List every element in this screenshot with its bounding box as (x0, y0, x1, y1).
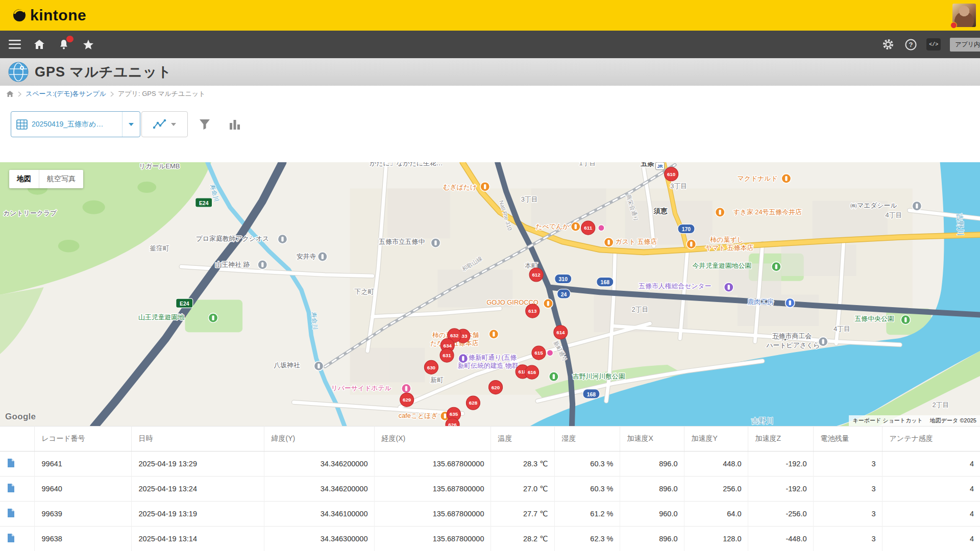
record-map-marker[interactable]: 631 (440, 348, 454, 362)
filter-button[interactable] (193, 113, 216, 136)
column-header[interactable]: 日時 (131, 427, 264, 452)
chart-button[interactable] (223, 113, 247, 136)
pink-marker-icon[interactable] (598, 225, 604, 231)
civic-icon[interactable] (724, 283, 733, 292)
record-map-marker[interactable]: 615 (532, 346, 546, 360)
map-copyright: 地図データ ©2025 (926, 415, 980, 426)
table-row[interactable]: 996382025-04-19 13:1434.346300000135.687… (0, 527, 980, 551)
column-header[interactable]: 温度 (491, 427, 554, 452)
map-label: 五條市商工会 (772, 332, 812, 340)
column-header[interactable]: 加速度Y (684, 427, 748, 452)
park-icon[interactable] (549, 372, 558, 381)
restaurant-icon[interactable] (480, 182, 489, 191)
pink-marker-icon[interactable] (547, 350, 553, 356)
cell-antenna: 4 (882, 452, 980, 477)
column-header[interactable]: アンテナ感度 (882, 427, 980, 452)
record-map-marker[interactable]: 613 (526, 304, 540, 318)
map-type-satellite-button[interactable]: 航空写真 (39, 170, 83, 188)
park-icon[interactable] (901, 315, 910, 324)
cell-battery: 3 (813, 527, 882, 551)
column-header[interactable]: 電池残量 (813, 427, 882, 452)
record-map-marker[interactable]: 611 (581, 221, 595, 235)
map-label: 3丁目 (670, 182, 687, 190)
column-header[interactable]: 経度(X) (374, 427, 491, 452)
column-header[interactable]: 加速度Z (748, 427, 813, 452)
cell-accel-x: 896.0 (620, 452, 684, 477)
cell-datetime: 2025-04-19 13:14 (131, 527, 264, 551)
restaurant-icon[interactable] (544, 299, 553, 308)
record-map-marker[interactable]: 616 (525, 365, 539, 379)
record-map-marker[interactable]: 620 (489, 381, 503, 394)
record-map-marker[interactable]: 630 (424, 360, 438, 374)
keyboard-shortcuts-link[interactable]: キーボード ショートカット (849, 415, 926, 426)
cell-humidity: 62.3 % (554, 527, 620, 551)
jr-station-icon[interactable]: JR (655, 162, 664, 170)
notification-bell-icon[interactable] (57, 38, 70, 51)
record-table-body: 996412025-04-19 13:2934.346200000135.687… (0, 452, 980, 551)
record-file-icon[interactable] (7, 461, 15, 469)
help-icon[interactable]: ? (904, 38, 917, 51)
map-label: 山王神社 跡 (215, 261, 250, 268)
graph-menu-button[interactable] (141, 111, 188, 137)
record-table-header-row: レコード番号日時緯度(Y)経度(X)温度湿度加速度X加速度Y加速度Z電池残量アン… (0, 427, 980, 452)
park-icon[interactable] (208, 313, 217, 322)
map-canvas[interactable]: リガールEMBかたに」なかたに生花…1丁目五条3丁目マクドナルドむぎばたけ㈱マエ… (0, 162, 980, 426)
map-label: 安井寺 (297, 253, 316, 260)
temple-icon[interactable] (318, 252, 327, 261)
park-icon[interactable] (772, 262, 781, 271)
record-file-icon[interactable] (7, 536, 15, 544)
column-header[interactable]: 緯度(Y) (264, 427, 374, 452)
record-map-marker[interactable]: 610 (665, 167, 678, 181)
business-icon[interactable] (818, 337, 827, 346)
table-row[interactable]: 996392025-04-19 13:1934.346100000135.687… (0, 502, 980, 527)
map-label: 2丁目 (631, 306, 648, 313)
cell-longitude: 135.687800000 (374, 477, 491, 502)
view-selector-dropdown[interactable]: 20250419_五條市め… (11, 111, 140, 137)
home-icon[interactable] (33, 38, 46, 51)
app-settings-gear-icon[interactable] (881, 38, 895, 51)
hotel-icon[interactable] (402, 384, 411, 393)
kintone-logo[interactable]: kintone (12, 7, 86, 24)
column-header[interactable]: 加速度X (620, 427, 684, 452)
restaurant-icon[interactable] (571, 222, 580, 231)
restaurant-icon[interactable] (715, 208, 724, 217)
record-map-marker[interactable]: 612 (529, 268, 543, 282)
school-icon[interactable] (431, 238, 440, 247)
record-file-icon[interactable] (7, 486, 15, 494)
breadcrumb-space-link[interactable]: スペース:(デモ)各サンプル (26, 89, 106, 98)
cell-longitude: 135.687800000 (374, 502, 491, 527)
record-map-marker[interactable]: 614 (554, 325, 568, 339)
cell-accel-z: -192.0 (748, 452, 813, 477)
record-file-icon[interactable] (7, 511, 15, 519)
column-header[interactable]: レコード番号 (34, 427, 131, 452)
map-label: 吉野川 (955, 213, 965, 236)
shop-icon[interactable] (786, 298, 795, 307)
map-label: ハートピアさくら (766, 341, 820, 349)
table-row[interactable]: 996412025-04-19 13:2934.346200000135.687… (0, 452, 980, 477)
user-avatar[interactable] (952, 4, 976, 27)
map-type-map-button[interactable]: 地図 (9, 170, 39, 188)
developer-tools-icon[interactable]: </> (926, 38, 941, 51)
heritage-icon[interactable] (458, 354, 468, 363)
restaurant-icon[interactable] (604, 238, 613, 247)
map-label: 山王児童遊園地 (138, 313, 184, 321)
favorites-star-icon[interactable] (82, 38, 95, 51)
map-label: 五條中央公園 (854, 315, 894, 322)
record-map-marker[interactable]: 628 (466, 396, 480, 410)
in-app-search-button[interactable]: アプリ内検索 (950, 38, 980, 52)
record-map-marker[interactable]: 629 (400, 393, 414, 407)
shrine-icon[interactable] (314, 361, 323, 370)
restaurant-icon[interactable] (687, 239, 696, 248)
restaurant-icon[interactable] (489, 330, 498, 339)
shrine-icon[interactable] (258, 260, 267, 269)
line-chart-icon (153, 119, 166, 130)
business-icon[interactable] (912, 202, 921, 211)
column-header[interactable]: 湿度 (554, 427, 620, 452)
hamburger-menu-icon[interactable] (8, 38, 21, 51)
breadcrumb-home-icon[interactable] (6, 90, 14, 97)
cell-temperature: 27.7 ℃ (491, 502, 554, 527)
restaurant-icon[interactable] (781, 174, 791, 183)
map-label: 五条 (641, 162, 654, 167)
business-icon[interactable] (278, 235, 287, 244)
table-row[interactable]: 996402025-04-19 13:2434.346200000135.687… (0, 477, 980, 502)
